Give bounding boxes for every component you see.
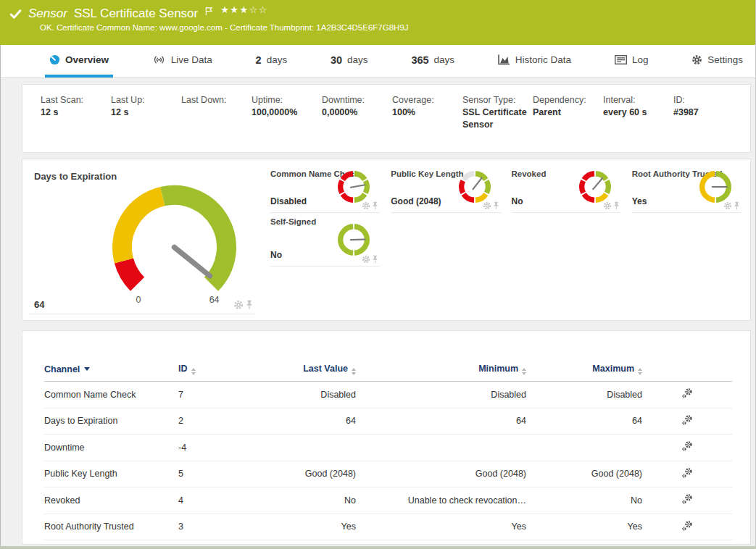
channel-settings-icon[interactable]: [681, 520, 693, 532]
sort-icon: [522, 368, 526, 375]
gauge-value: Disabled: [270, 196, 307, 206]
tab-label: Settings: [707, 54, 743, 65]
cell-last-value: Disabled: [247, 382, 356, 408]
cell-maximum: 64: [526, 408, 642, 435]
channel-row-common-name-check[interactable]: Common Name Check7DisabledDisabledDisabl…: [44, 382, 732, 408]
channels-table: ChannelIDLast ValueMinimumMaximum Common…: [44, 360, 732, 545]
tab-overview[interactable]: Overview: [45, 45, 113, 77]
pin-icon[interactable]: [372, 201, 378, 210]
cell-last-value: No: [247, 540, 356, 545]
info-value: 0,0000%: [322, 106, 386, 119]
empty-gauge-cell: [512, 213, 621, 267]
tab-30-days[interactable]: 30days: [326, 45, 373, 77]
tab-historic-data[interactable]: Historic Data: [494, 45, 576, 77]
info-label: Downtime:: [322, 94, 386, 106]
pin-icon[interactable]: [372, 255, 378, 264]
tab-live-data[interactable]: Live Data: [148, 45, 217, 77]
channel-settings-icon[interactable]: [681, 387, 693, 399]
empty-gauge-cell: [632, 213, 742, 267]
cell-id: 7: [178, 382, 247, 408]
historic-data-icon: [498, 54, 510, 65]
gauge-cell-revoked[interactable]: RevokedNo: [512, 165, 621, 213]
info-label: Last Scan:: [41, 94, 105, 106]
gear-icon[interactable]: [362, 201, 370, 210]
gauge-title: Self-Signed: [270, 217, 316, 226]
cell-maximum: [526, 435, 642, 461]
cell-last-value: [247, 435, 356, 461]
tab-label: Log: [632, 54, 649, 65]
cell-channel: Public Key Length: [44, 461, 178, 487]
channel-row-days-to-expiration[interactable]: Days to Expiration2646464: [44, 408, 732, 435]
tab-365-days[interactable]: 365days: [407, 45, 459, 77]
cell-last-value: No: [247, 487, 356, 514]
cell-channel: Revoked: [44, 487, 178, 514]
log-icon: [615, 54, 627, 65]
small-gauge: [457, 169, 492, 204]
info-item-last-up: Last Up: 12 s: [111, 94, 181, 152]
cell-id: 3: [178, 514, 247, 540]
cell-id: 2: [178, 408, 247, 435]
gear-icon[interactable]: [233, 300, 244, 310]
channel-settings-icon[interactable]: [681, 414, 693, 426]
tab-settings[interactable]: Settings: [687, 45, 747, 77]
cell-id: 4: [178, 487, 247, 514]
sensor-status-header: Sensor SSL Certificate Sensor ★★★☆☆ OK. …: [0, 0, 756, 45]
gear-icon[interactable]: [603, 201, 612, 210]
col-header-maximum[interactable]: Maximum: [526, 360, 642, 382]
cell-minimum: Yes: [356, 514, 526, 540]
col-header-label: Minimum: [478, 364, 518, 374]
tab-label: Overview: [65, 54, 109, 65]
gauge-cell-root-authority-trusted[interactable]: Root Authority TrustedYes: [632, 165, 742, 213]
pin-icon[interactable]: [493, 201, 499, 210]
pin-icon[interactable]: [246, 300, 253, 310]
cell-minimum: Good (2048): [356, 461, 526, 487]
main-gauge-cell: Days to Expiration 064 64: [28, 165, 256, 314]
live-data-icon: [152, 54, 166, 65]
tab-2-days[interactable]: 2days: [252, 45, 292, 77]
col-header-last-value[interactable]: Last Value: [247, 360, 356, 382]
channel-row-self-signed[interactable]: Self-Signed6NoNoNo: [44, 540, 732, 545]
channel-row-root-authority-trusted[interactable]: Root Authority Trusted3YesYesYes: [44, 514, 732, 540]
pin-icon[interactable]: [613, 201, 620, 210]
gear-icon[interactable]: [723, 201, 732, 210]
channel-settings-icon[interactable]: [681, 493, 693, 505]
channel-row-downtime[interactable]: Downtime-4: [44, 435, 732, 461]
gauge-cell-common-name-check[interactable]: Common Name CheckDisabled: [270, 165, 380, 213]
channel-settings-icon[interactable]: [681, 440, 693, 452]
col-header-minimum[interactable]: Minimum: [356, 360, 526, 382]
info-item-downtime: Downtime: 0,0000%: [322, 94, 392, 152]
gauge-cell-public-key-length[interactable]: Public Key LengthGood (2048): [391, 165, 500, 213]
channel-row-public-key-length[interactable]: Public Key Length5Good (2048)Good (2048)…: [44, 461, 732, 487]
priority-stars[interactable]: ★★★☆☆: [220, 4, 268, 15]
col-header-channel[interactable]: Channel: [44, 360, 178, 382]
info-label: ID:: [673, 94, 738, 106]
gear-icon[interactable]: [362, 255, 370, 264]
sensor-title: SSL Certificate Sensor: [74, 7, 198, 21]
channel-row-revoked[interactable]: Revoked4NoUnable to check revocation…No: [44, 487, 732, 514]
gear-icon: [691, 54, 702, 65]
channel-settings-icon[interactable]: [681, 467, 693, 479]
days-to-expiration-gauge: 064: [93, 174, 256, 312]
tab-bar: OverviewLive Data2days30days365daysHisto…: [0, 45, 756, 78]
pin-icon[interactable]: [734, 201, 740, 210]
sort-desc-icon: [84, 367, 90, 371]
small-gauge: [336, 222, 371, 257]
small-gauge: [698, 169, 733, 204]
small-gauge: [336, 169, 371, 204]
tab-label: Live Data: [171, 54, 212, 65]
flag-icon[interactable]: [204, 6, 214, 19]
cell-channel: Downtime: [44, 435, 178, 461]
tab-log[interactable]: Log: [610, 45, 653, 77]
cell-last-value: 64: [247, 408, 356, 435]
tab-range-number: 2: [256, 54, 262, 66]
sort-icon: [638, 368, 642, 375]
object-kind-label: Sensor: [28, 7, 67, 21]
info-value: 12 s: [41, 106, 105, 119]
tab-range-number: 30: [331, 54, 342, 66]
gauge-cell-self-signed[interactable]: Self-SignedNo: [270, 213, 380, 267]
info-item-uptime: Uptime: 100,0000%: [252, 94, 322, 152]
col-header-id[interactable]: ID: [178, 360, 247, 382]
gear-icon[interactable]: [483, 201, 491, 210]
cell-minimum: [356, 435, 526, 461]
gauge-icon: [49, 54, 60, 65]
